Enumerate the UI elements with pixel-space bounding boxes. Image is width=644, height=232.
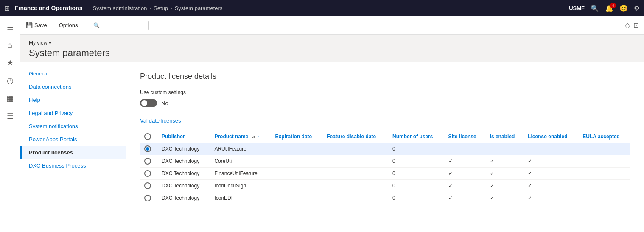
toolbar-right: ◇ ⊡ bbox=[625, 21, 639, 29]
row-radio-inner bbox=[146, 196, 149, 200]
cell-product-name: IconEDI bbox=[210, 192, 271, 204]
row-radio[interactable] bbox=[144, 182, 151, 189]
th-select bbox=[140, 131, 157, 143]
cell-eula-accepted bbox=[578, 180, 630, 192]
cell-eula-accepted bbox=[578, 192, 630, 204]
nav-item-general[interactable]: General bbox=[20, 67, 126, 80]
cell-feature-disable-date bbox=[322, 143, 388, 155]
modules-icon[interactable]: ☰ bbox=[3, 108, 17, 124]
th-site-license: Site license bbox=[444, 131, 486, 143]
grid-icon[interactable]: ⊞ bbox=[4, 4, 10, 12]
breadcrumb-current: System parameters bbox=[175, 5, 223, 11]
cell-license-enabled bbox=[524, 143, 578, 155]
cell-number-of-users: 0 bbox=[388, 155, 444, 168]
section-title: Product license details bbox=[140, 72, 630, 81]
cell-license-enabled: ✓ bbox=[524, 192, 578, 204]
nav-item-dxc-business-process[interactable]: DXC Business Process bbox=[20, 159, 126, 172]
cell-license-enabled: ✓ bbox=[524, 155, 578, 168]
cell-eula-accepted bbox=[578, 143, 630, 155]
my-view-label: My view bbox=[29, 40, 47, 46]
settings-icon[interactable]: ⚙ bbox=[634, 4, 640, 12]
options-label: Options bbox=[59, 22, 78, 28]
cell-product-name: CoreUtil bbox=[210, 155, 271, 168]
org-label: USMF bbox=[569, 5, 585, 11]
toolbar-search[interactable] bbox=[90, 21, 149, 30]
row-radio-inner bbox=[146, 147, 149, 151]
row-radio[interactable] bbox=[144, 170, 151, 177]
th-number-of-users: Number of users bbox=[388, 131, 444, 143]
cell-site-license: ✓ bbox=[444, 155, 486, 168]
workspaces-icon[interactable]: ▦ bbox=[3, 90, 17, 106]
row-radio-inner bbox=[146, 159, 149, 163]
breadcrumb-sep-1: › bbox=[149, 6, 151, 11]
row-radio-inner bbox=[146, 184, 149, 187]
product-name-filter-icon[interactable]: ⊿ bbox=[252, 134, 255, 139]
row-radio-inner bbox=[146, 172, 149, 175]
save-label: Save bbox=[34, 22, 47, 28]
diamond-icon[interactable]: ◇ bbox=[625, 21, 630, 29]
home-icon[interactable]: ⌂ bbox=[4, 37, 16, 53]
nav-item-help[interactable]: Help bbox=[20, 93, 126, 106]
custom-settings-label: Use custom settings bbox=[140, 89, 630, 95]
recent-icon[interactable]: ◷ bbox=[3, 73, 17, 89]
row-radio[interactable] bbox=[144, 145, 151, 152]
row-radio[interactable] bbox=[144, 195, 151, 201]
top-bar: ⊞ Finance and Operations System administ… bbox=[0, 0, 644, 16]
page-title: System parameters bbox=[29, 48, 636, 59]
breadcrumb: System administration › Setup › System p… bbox=[92, 5, 222, 11]
table-header-row: Publisher Product name ⊿ ↑ Expiration da… bbox=[140, 131, 630, 143]
nav-item-product-licenses[interactable]: Product licenses bbox=[20, 146, 126, 159]
nav-item-data-connections[interactable]: Data connections bbox=[20, 80, 126, 93]
th-eula-accepted: EULA accepted bbox=[578, 131, 630, 143]
th-expiration-date: Expiration date bbox=[271, 131, 323, 143]
save-button[interactable]: 💾 Save bbox=[22, 20, 50, 30]
breadcrumb-setup[interactable]: Setup bbox=[154, 5, 168, 11]
cell-expiration-date bbox=[271, 155, 323, 168]
product-name-sort-icon[interactable]: ↑ bbox=[257, 134, 259, 139]
cell-is-enabled: ✓ bbox=[486, 180, 524, 192]
cell-site-license: ✓ bbox=[444, 180, 486, 192]
table-row: DXC TechnologyFinanceUtilFeature0✓✓✓ bbox=[140, 168, 630, 180]
cell-number-of-users: 0 bbox=[388, 192, 444, 204]
search-icon[interactable]: 🔍 bbox=[591, 4, 599, 12]
nav-item-system-notifications[interactable]: System notifications bbox=[20, 120, 126, 133]
nav-item-power-apps-portals[interactable]: Power Apps Portals bbox=[20, 133, 126, 146]
cell-expiration-date bbox=[271, 180, 323, 192]
cell-site-license bbox=[444, 143, 486, 155]
toggle-knob bbox=[141, 100, 147, 106]
notification-badge: 4 bbox=[610, 3, 616, 8]
user-icon[interactable]: 😊 bbox=[619, 4, 628, 12]
validate-licenses-link[interactable]: Validate licenses bbox=[140, 117, 181, 124]
top-bar-right: USMF 🔍 🔔 4 😊 ⚙ bbox=[569, 4, 640, 12]
split-view-icon[interactable]: ⊡ bbox=[633, 21, 639, 29]
cell-product-name: ARUtilFeature bbox=[210, 143, 271, 155]
table-row: DXC TechnologyCoreUtil0✓✓✓ bbox=[140, 155, 630, 168]
toggle-row: No bbox=[140, 99, 630, 107]
breadcrumb-system-admin[interactable]: System administration bbox=[92, 5, 147, 11]
select-all-radio[interactable] bbox=[144, 133, 151, 140]
favorites-icon[interactable]: ★ bbox=[3, 55, 17, 71]
right-panel: Product license details Use custom setti… bbox=[126, 62, 644, 232]
row-radio[interactable] bbox=[144, 158, 151, 165]
cell-eula-accepted bbox=[578, 155, 630, 168]
hamburger-icon[interactable]: ☰ bbox=[3, 20, 17, 36]
notification-icon[interactable]: 🔔 4 bbox=[605, 4, 613, 12]
nav-item-legal-privacy[interactable]: Legal and Privacy bbox=[20, 106, 126, 120]
licenses-table: Publisher Product name ⊿ ↑ Expiration da… bbox=[140, 131, 630, 204]
cell-publisher: DXC Technology bbox=[157, 168, 210, 180]
cell-publisher: DXC Technology bbox=[157, 155, 210, 168]
my-view[interactable]: My view ▾ bbox=[29, 40, 636, 46]
cell-eula-accepted bbox=[578, 168, 630, 180]
cell-feature-disable-date bbox=[322, 168, 388, 180]
row-select-cell bbox=[140, 192, 157, 204]
th-feature-disable-date: Feature disable date bbox=[322, 131, 388, 143]
row-select-cell bbox=[140, 180, 157, 192]
toolbar: ← 💾 Save Options ◇ ⊡ bbox=[0, 16, 644, 35]
cell-site-license: ✓ bbox=[444, 192, 486, 204]
cell-is-enabled: ✓ bbox=[486, 192, 524, 204]
cell-is-enabled: ✓ bbox=[486, 155, 524, 168]
th-product-name: Product name ⊿ ↑ bbox=[210, 131, 271, 143]
cell-expiration-date bbox=[271, 143, 323, 155]
options-button[interactable]: Options bbox=[56, 20, 81, 30]
custom-settings-toggle[interactable] bbox=[140, 99, 157, 107]
